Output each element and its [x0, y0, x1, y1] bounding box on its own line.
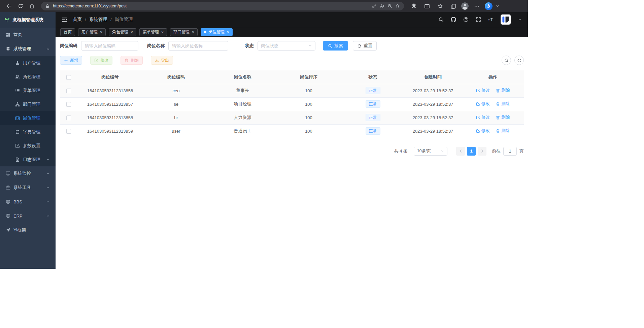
tab-item[interactable]: 岗位管理×	[201, 28, 233, 36]
edit-link[interactable]: 修改	[476, 128, 490, 134]
breadcrumb-item: 岗位管理	[115, 17, 133, 23]
sidebar-item[interactable]: 系统监控	[0, 166, 56, 181]
sidebar-item[interactable]: 部门管理	[0, 97, 56, 111]
delete-link[interactable]: 删除	[496, 101, 510, 107]
tab-item[interactable]: 部门管理×	[170, 28, 198, 36]
page-number-button[interactable]: 1	[467, 147, 476, 156]
export-button[interactable]: 导出	[151, 56, 173, 65]
sidebar-item-label: BBS	[13, 199, 43, 204]
tab-item[interactable]: 菜单管理×	[139, 28, 167, 36]
sidebar-item[interactable]: 系统管理	[0, 42, 56, 56]
page-size-select[interactable]: 10条/页	[414, 147, 447, 156]
delete-link[interactable]: 删除	[496, 114, 510, 120]
edit-link[interactable]: 修改	[476, 114, 490, 120]
select-all-checkbox[interactable]	[66, 75, 71, 80]
post-code-input[interactable]	[81, 41, 138, 51]
close-icon[interactable]: ×	[227, 30, 229, 35]
docs-help-icon[interactable]	[463, 17, 469, 22]
password-key-icon[interactable]	[372, 4, 377, 8]
avatar-dropdown-caret-icon[interactable]	[518, 18, 522, 22]
refresh-button[interactable]	[15, 1, 26, 11]
sidebar-item[interactable]: 系统工具	[0, 181, 56, 195]
font-size-icon[interactable]: TT	[488, 17, 494, 22]
sidebar-item[interactable]: 字典管理	[0, 125, 56, 139]
breadcrumb-item[interactable]: 系统管理	[89, 17, 107, 23]
status-badge: 正常	[366, 87, 380, 94]
tab-item[interactable]: 首页	[60, 28, 75, 36]
copilot-bing-icon[interactable]: b	[485, 2, 493, 10]
sidebar-item[interactable]: Yi框架	[0, 223, 56, 237]
delete-button[interactable]: 删除	[121, 56, 143, 65]
column-header: 创建时间	[404, 70, 462, 84]
edit-button[interactable]: 修改	[90, 56, 112, 65]
sidebar-item[interactable]: 日志管理	[0, 153, 56, 166]
actions-cell: 修改删除	[462, 124, 524, 138]
search-button[interactable]: 搜索	[323, 41, 348, 51]
post-name-input[interactable]	[168, 41, 228, 51]
expand-icon	[476, 17, 481, 22]
chevron-down-icon[interactable]	[496, 4, 500, 8]
zoom-out-icon[interactable]	[387, 4, 392, 8]
back-button[interactable]	[4, 1, 14, 11]
row-checkbox[interactable]	[66, 89, 71, 93]
sidebar-item[interactable]: BBS	[0, 195, 56, 209]
lock-icon[interactable]	[45, 4, 50, 8]
sidebar-item[interactable]: 参数设置	[0, 139, 56, 153]
chevron-down-icon	[46, 214, 50, 218]
collections-icon[interactable]	[448, 1, 458, 11]
row-checkbox[interactable]	[66, 129, 71, 134]
table-cell: 1641030593112313858	[77, 111, 143, 124]
close-icon[interactable]: ×	[131, 30, 133, 35]
edit-icon	[476, 89, 480, 93]
edit-icon	[476, 102, 480, 106]
edit-link[interactable]: 修改	[476, 101, 490, 107]
app-logo[interactable]: 意框架管理系统	[0, 12, 56, 28]
delete-link[interactable]: 删除	[496, 88, 510, 93]
close-icon[interactable]: ×	[100, 30, 102, 35]
page-content: 岗位编码 岗位名称 状态 岗位状态	[56, 37, 528, 269]
favorite-add-icon[interactable]	[395, 4, 400, 8]
url-text[interactable]: https://ccnetcore.com:1101/system/post	[53, 4, 127, 8]
sidebar-item[interactable]: 用户管理	[0, 56, 56, 70]
admin-app: 意框架管理系统 首页系统管理用户管理角色管理菜单管理部门管理岗位管理字典管理参数…	[0, 12, 528, 269]
sidebar-item[interactable]: 角色管理	[0, 70, 56, 84]
prev-page-button[interactable]	[456, 147, 465, 156]
fullscreen-icon[interactable]	[476, 17, 481, 22]
toggle-search-button[interactable]	[502, 56, 511, 65]
settings-menu-icon[interactable]	[472, 1, 482, 11]
sidebar-item[interactable]: ERP	[0, 209, 56, 223]
row-checkbox[interactable]	[66, 102, 71, 107]
sidebar-item[interactable]: 岗位管理	[0, 111, 56, 125]
sidebar-item[interactable]: 首页	[0, 28, 56, 42]
delete-link[interactable]: 删除	[496, 128, 510, 134]
post-name-label: 岗位名称	[147, 43, 165, 49]
close-icon[interactable]: ×	[161, 30, 164, 35]
header-search-icon[interactable]	[438, 17, 444, 22]
home-button[interactable]	[27, 1, 37, 11]
actions-cell: 修改删除	[462, 111, 524, 124]
delete-icon	[496, 116, 500, 120]
github-icon[interactable]	[451, 17, 456, 22]
sidebar-item-label: 字典管理	[23, 129, 50, 135]
tab-item[interactable]: 角色管理×	[109, 28, 136, 36]
user-avatar[interactable]	[501, 14, 511, 25]
split-screen-icon[interactable]	[422, 1, 432, 11]
tab-item[interactable]: 用户管理×	[78, 28, 106, 36]
refresh-table-button[interactable]	[514, 56, 524, 65]
browser-profile-avatar[interactable]	[461, 2, 469, 10]
reset-button[interactable]: 重置	[353, 41, 377, 51]
sidebar-item[interactable]: 菜单管理	[0, 84, 56, 97]
address-bar[interactable]: https://ccnetcore.com:1101/system/post	[41, 2, 404, 10]
breadcrumb-item[interactable]: 首页	[73, 17, 82, 23]
status-select[interactable]: 岗位状态	[258, 41, 315, 51]
close-icon[interactable]: ×	[192, 30, 194, 35]
read-aloud-icon[interactable]	[380, 4, 384, 8]
add-button[interactable]: 新增	[60, 56, 82, 65]
extensions-icon[interactable]	[409, 1, 419, 11]
next-page-button[interactable]	[478, 147, 486, 156]
row-checkbox[interactable]	[66, 116, 71, 120]
goto-page-input[interactable]	[503, 147, 517, 156]
edit-link[interactable]: 修改	[476, 88, 490, 93]
sidebar-collapse-icon[interactable]	[62, 17, 67, 23]
favorites-icon[interactable]	[435, 1, 445, 11]
